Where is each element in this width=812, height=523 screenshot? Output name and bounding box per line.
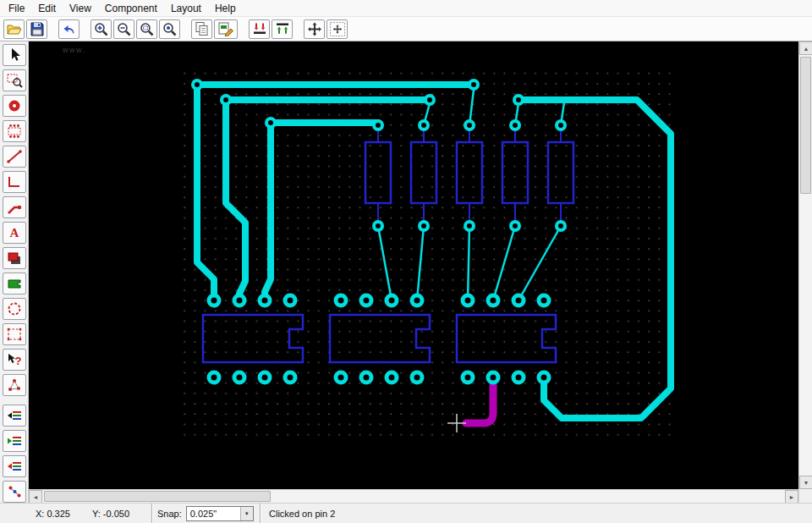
- highlight-connections-button[interactable]: [3, 481, 26, 503]
- scrollbar-corner: [799, 489, 812, 503]
- pan-view-button[interactable]: [326, 19, 348, 39]
- save-button[interactable]: [26, 19, 47, 39]
- watermark: www.: [63, 46, 86, 54]
- tool-identify-button[interactable]: ?: [3, 349, 26, 371]
- horizontal-scroll-thumb[interactable]: [44, 491, 271, 502]
- tool-corner-button[interactable]: [3, 171, 26, 193]
- toolbar-separator: [49, 19, 57, 39]
- text-icon: A: [6, 224, 23, 241]
- tool-pad-button[interactable]: [3, 95, 26, 117]
- scroll-left-button[interactable]: ◄: [29, 490, 42, 504]
- horizontal-scrollbar[interactable]: ◄ ►: [29, 489, 798, 503]
- group-select-icon: [6, 326, 23, 343]
- layers-front-button[interactable]: [3, 405, 26, 427]
- pcb-artwork: [29, 41, 798, 489]
- layers-back-icon: [6, 432, 23, 449]
- scroll-right-button[interactable]: ►: [785, 490, 798, 504]
- tool-net-button[interactable]: [3, 374, 26, 396]
- copy-button[interactable]: [191, 19, 212, 39]
- x-coordinate-readout: X: 0.325: [36, 509, 70, 519]
- tool-text-button[interactable]: A: [3, 222, 26, 244]
- main-toolbar: [0, 17, 812, 41]
- tool-palette: A: [0, 41, 29, 503]
- tool-component-button[interactable]: [3, 120, 26, 142]
- zoom-region-button[interactable]: [136, 19, 157, 39]
- move-to-bottom-layer-button[interactable]: [272, 19, 293, 39]
- layers-front-icon: [6, 407, 23, 424]
- tool-filled-plane-button[interactable]: [3, 247, 26, 269]
- snap-combobox[interactable]: 0.025" ▼: [186, 506, 254, 521]
- canvas-column: www. ◄ ►: [29, 41, 798, 503]
- layers-back-button[interactable]: [3, 430, 26, 452]
- dropdown-arrow-icon[interactable]: ▼: [240, 507, 253, 520]
- coordinates-panel: X: 0.325 Y: -0.050: [0, 504, 152, 523]
- highlight-connections-icon: [6, 483, 23, 500]
- menu-help[interactable]: Help: [208, 1, 243, 16]
- component-icon: [6, 123, 23, 140]
- open-folder-icon: [6, 21, 23, 36]
- menu-layout[interactable]: Layout: [164, 1, 208, 16]
- toolbar-separator: [239, 19, 247, 39]
- status-message: Clicked on pin 2: [269, 509, 335, 519]
- menu-view[interactable]: View: [63, 1, 98, 16]
- content-area: A: [0, 41, 812, 503]
- save-floppy-icon: [29, 21, 46, 36]
- green-component-icon: [6, 275, 23, 292]
- scroll-down-button[interactable]: ▼: [799, 476, 812, 489]
- zoom-region-icon: [139, 21, 156, 36]
- tool-circle-button[interactable]: [3, 298, 26, 320]
- tool-select-button[interactable]: [3, 44, 26, 66]
- vertical-scroll-thumb[interactable]: [800, 57, 811, 194]
- zoom-in-button[interactable]: [91, 19, 112, 39]
- arrows-up-to-bar-icon: [274, 21, 291, 36]
- open-button[interactable]: [3, 19, 25, 39]
- menu-edit[interactable]: Edit: [31, 1, 63, 16]
- move-to-top-layer-button[interactable]: [249, 19, 270, 39]
- zoom-previous-icon: [162, 21, 178, 36]
- tool-trace-button[interactable]: [3, 196, 26, 218]
- corner-icon: [6, 173, 23, 190]
- layers-all-button[interactable]: [3, 455, 26, 477]
- tool-line-button[interactable]: [3, 146, 26, 168]
- arrows-down-to-bar-icon: [251, 21, 268, 36]
- toolbar-separator: [294, 19, 302, 39]
- identify-question-icon: ?: [6, 351, 23, 368]
- vertical-scrollbar[interactable]: ▲ ▼: [798, 41, 812, 503]
- snap-value: 0.025": [187, 509, 240, 519]
- menu-bar: File Edit View Component Layout Help: [0, 0, 812, 17]
- scroll-up-button[interactable]: ▲: [799, 41, 812, 55]
- filled-plane-icon: [6, 250, 23, 267]
- zoom-window-icon: [6, 72, 23, 89]
- vertical-scroll-track[interactable]: [799, 55, 812, 476]
- y-coordinate-readout: Y: -0.050: [92, 509, 129, 519]
- select-arrow-icon: [6, 47, 23, 63]
- snap-panel: Snap: 0.025" ▼: [152, 504, 261, 523]
- menu-component[interactable]: Component: [98, 1, 164, 16]
- tool-zoom-window-button[interactable]: [3, 69, 26, 91]
- pan-button[interactable]: [304, 19, 325, 39]
- tool-group-select-button[interactable]: [3, 323, 26, 345]
- zoom-out-button[interactable]: [113, 19, 134, 39]
- zoom-in-icon: [93, 21, 110, 36]
- circle-icon: [6, 300, 23, 317]
- menu-file[interactable]: File: [2, 1, 31, 16]
- horizontal-scroll-track[interactable]: [42, 490, 785, 503]
- zoom-out-icon: [116, 21, 133, 36]
- trace-icon: [6, 199, 23, 216]
- line-icon: [6, 148, 23, 165]
- pan-view-icon: [329, 21, 346, 37]
- undo-button[interactable]: [58, 19, 80, 39]
- message-panel: Clicked on pin 2: [261, 504, 812, 523]
- tool-green-component-button[interactable]: [3, 273, 26, 295]
- undo-arrow-icon: [61, 21, 78, 36]
- edit-component-icon: [217, 21, 235, 36]
- toolbar-separator: [81, 19, 89, 39]
- edit-component-button[interactable]: [214, 19, 238, 39]
- svg-text:?: ?: [14, 355, 21, 367]
- zoom-previous-button[interactable]: [159, 19, 180, 39]
- svg-text:A: A: [9, 226, 19, 239]
- net-icon: [6, 377, 23, 394]
- pcb-canvas[interactable]: www.: [29, 41, 798, 489]
- copy-sheets-icon: [194, 21, 211, 36]
- snap-label: Snap:: [157, 509, 182, 519]
